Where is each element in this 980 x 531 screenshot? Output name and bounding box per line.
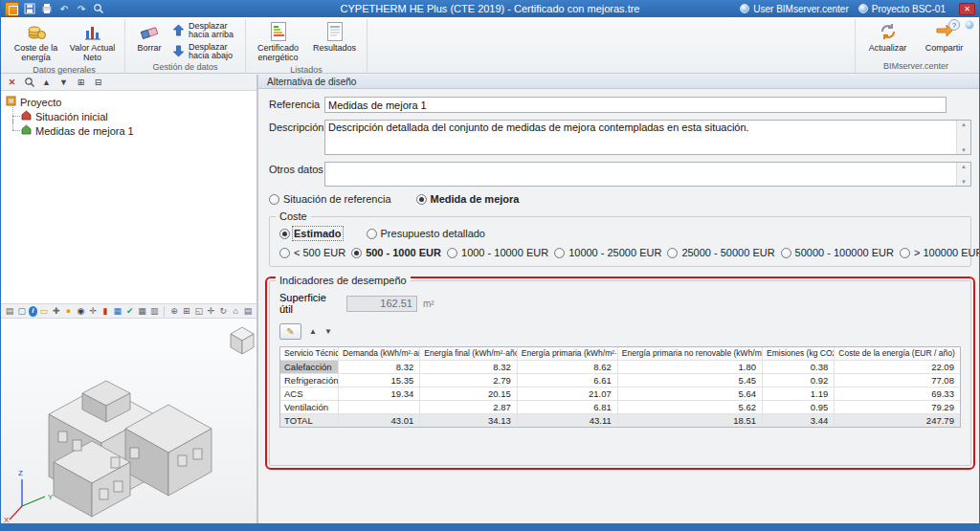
radio-situacion-referencia[interactable]: Situación de referencia	[269, 193, 391, 205]
radio-circle	[279, 229, 290, 239]
project-label: Proyecto BSC-01	[872, 4, 946, 14]
radio-range-4[interactable]: 25000 - 50000 EUR	[667, 247, 774, 258]
table-row[interactable]: Ventilación 2.87 6.81 5.62 0.95 79.29	[280, 400, 960, 413]
ribbon-group-datos-generales: Coste de la energía Valor Actual Neto Da…	[4, 19, 125, 73]
bimserver-user[interactable]: User BIMserver.center	[740, 4, 848, 14]
table-row[interactable]: ACS 19.34 20.15 21.07 5.64 1.19 69.33	[280, 387, 960, 400]
scroll-down-icon[interactable]: ▼	[961, 147, 967, 153]
visibility-icon[interactable]: ◉	[75, 305, 86, 318]
ribbon-group-listados: Certificado energético Resultados Listad…	[246, 19, 368, 73]
refresh-icon	[878, 21, 899, 42]
radio-range-6[interactable]: > 100000 EUR	[900, 247, 979, 258]
table-row-total[interactable]: TOTAL 43.01 34.13 43.11 18.51 3.44 247.7…	[280, 413, 960, 427]
radio-circle	[554, 248, 565, 258]
coste-group: Coste Estimado Presupuesto detallado	[269, 216, 971, 267]
3d-viewport[interactable]: Z Y X	[1, 319, 256, 523]
project-icon	[6, 96, 16, 108]
valor-actual-neto-button[interactable]: Valor Actual Neto	[65, 19, 120, 64]
table-header-row: Servicio Técnico Demanda (kWh/m²·año) En…	[280, 347, 960, 360]
zoom-in-icon[interactable]: ⊕	[168, 305, 180, 318]
coste-energia-button[interactable]: Coste de la energía	[9, 19, 63, 64]
tree-root-label: Proyecto	[20, 97, 61, 108]
descripcion-scrollbar[interactable]: ▲ ▼	[956, 121, 970, 154]
check-grid-icon[interactable]: ✔	[124, 305, 136, 318]
scroll-up-icon[interactable]: ▲	[961, 164, 967, 169]
certificado-energetico-button[interactable]: Certificado energético	[251, 19, 305, 64]
borrar-button[interactable]: Borrar	[130, 19, 168, 55]
indicadores-group-title: Indicadores de desempeño	[276, 275, 411, 286]
radio-range-5[interactable]: 50000 - 100000 EUR	[781, 247, 894, 258]
project-tree: Proyecto Situación inicial Medidas de me…	[1, 91, 256, 303]
otros-datos-input[interactable]: ▲ ▼	[324, 162, 971, 187]
radio-range-2[interactable]: 1000 - 10000 EUR	[447, 247, 548, 258]
save-icon[interactable]	[23, 2, 36, 15]
zoom-window-icon[interactable]: ⊞	[181, 305, 192, 318]
move-up-icon[interactable]: ▲	[40, 77, 53, 89]
scroll-up-icon[interactable]: ▲	[961, 122, 967, 127]
3d-model: Z Y X	[1, 319, 256, 524]
table-icon[interactable]: ▥	[148, 305, 160, 318]
app-logo-icon[interactable]	[5, 2, 19, 16]
actualizar-button[interactable]: Actualizar	[860, 19, 915, 55]
mesh-icon[interactable]: ▦	[137, 305, 148, 318]
radio-presupuesto-detallado[interactable]: Presupuesto detallado	[367, 228, 485, 239]
print-icon[interactable]	[40, 2, 54, 15]
desplazar-abajo-button[interactable]: Desplazar hacia abajo	[170, 42, 240, 61]
radio-range-1[interactable]: 500 - 1000 EUR	[351, 247, 441, 258]
orbit-icon[interactable]: ↻	[217, 305, 229, 318]
ruler-icon[interactable]: ▭	[38, 305, 50, 318]
print-view-icon[interactable]: ▤	[242, 305, 254, 318]
grid-icon[interactable]: ▦	[112, 305, 123, 318]
tree-item-medidas-de-mejora-1[interactable]: Medidas de mejora 1	[6, 123, 252, 138]
redo-icon[interactable]: ↷	[75, 2, 88, 15]
expand-tree-icon[interactable]: ⊞	[75, 77, 87, 89]
move-up-icon	[172, 24, 185, 38]
undo-icon[interactable]: ↶	[57, 2, 71, 15]
otros-datos-scrollbar[interactable]: ▲ ▼	[956, 163, 970, 186]
home-view-icon[interactable]: ⌂	[230, 305, 241, 318]
components-icon[interactable]: ▢	[16, 305, 28, 318]
viewport-toolbar: ▤ ▢ i ▭ ✚ ● ◉ ✛ ▮ ▦ ✔ ▦ ▥ ⊕ ⊞ ◱ ✛ ↻ ⌂ ▤	[1, 303, 256, 319]
radio-circle	[416, 194, 427, 205]
performance-table: Servicio Técnico Demanda (kWh/m²·año) En…	[279, 346, 961, 428]
move-icon[interactable]: ✛	[87, 305, 99, 318]
tree-item-situacion-inicial[interactable]: Situación inicial	[6, 109, 252, 123]
layers-icon[interactable]: ▤	[4, 305, 15, 318]
move-down-icon	[172, 45, 185, 59]
radio-medida-mejora[interactable]: Medida de mejora	[416, 193, 520, 205]
panel-header: Alternativa de diseño	[258, 75, 979, 89]
zoom-extents-icon[interactable]: ◱	[193, 305, 205, 318]
descripcion-input[interactable]: Descripción detallada del conjunto de me…	[324, 120, 971, 155]
search-icon[interactable]	[23, 77, 35, 89]
row-down-icon[interactable]: ▼	[324, 327, 332, 336]
bimserver-project[interactable]: Proyecto BSC-01	[858, 4, 946, 14]
lightbulb-icon[interactable]: ●	[63, 305, 75, 318]
resultados-button[interactable]: Resultados	[307, 19, 362, 55]
group-label-bimserver: BIMserver.center	[860, 60, 971, 73]
axis-gizmo: Z Y X	[4, 469, 54, 524]
info-icon[interactable]: i	[29, 306, 37, 317]
bimserver-sync-icon[interactable]	[965, 20, 974, 30]
edit-icon[interactable]: ✎	[279, 323, 301, 340]
scroll-down-icon[interactable]: ▼	[961, 179, 967, 185]
referencia-input[interactable]	[324, 97, 947, 113]
radio-estimado[interactable]: Estimado	[279, 228, 342, 239]
axes-icon[interactable]: ✚	[51, 305, 62, 318]
tree-root-proyecto[interactable]: Proyecto	[6, 95, 252, 109]
close-button[interactable]: ✕	[959, 3, 975, 15]
radio-range-3[interactable]: 10000 - 25000 EUR	[554, 247, 661, 258]
zoom-icon[interactable]	[92, 2, 105, 15]
table-row[interactable]: Refrigeración 15.35 2.79 6.61 5.45 0.92 …	[280, 373, 960, 387]
row-up-icon[interactable]: ▲	[309, 327, 317, 336]
move-down-icon[interactable]: ▼	[57, 77, 70, 89]
radio-circle	[900, 248, 910, 258]
collapse-tree-icon[interactable]: ⊟	[92, 77, 104, 89]
pan-icon[interactable]: ✛	[206, 305, 217, 318]
table-row[interactable]: Calefacción 8.32 8.32 8.62 1.80 0.38 22.…	[280, 360, 960, 373]
help-icon[interactable]: ?	[948, 19, 960, 31]
desplazar-arriba-button[interactable]: Desplazar hacia arriba	[170, 21, 240, 40]
column-icon[interactable]: ▮	[100, 305, 111, 318]
radio-range-0[interactable]: < 500 EUR	[279, 247, 345, 258]
results-document-icon	[325, 21, 345, 42]
delete-icon[interactable]: ✕	[6, 77, 18, 89]
